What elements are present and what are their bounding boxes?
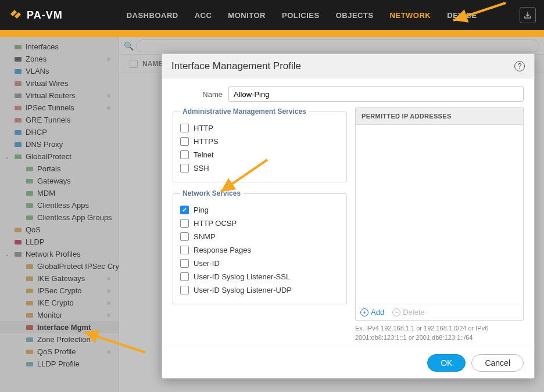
network-service-label: Response Pages — [194, 246, 251, 254]
network-service-row-user-id-syslog-listener-ssl: User-ID Syslog Listener-SSL — [180, 270, 339, 283]
tab-dashboard[interactable]: DASHBOARD — [127, 11, 178, 20]
network-service-checkbox-snmp[interactable] — [180, 232, 189, 241]
services-column: Administrative Management Services HTTPH… — [173, 107, 347, 342]
dialog-footer: OK Cancel — [162, 347, 534, 378]
network-service-label: HTTP OCSP — [194, 219, 237, 228]
name-row: Name — [173, 87, 524, 102]
admin-service-checkbox-https[interactable] — [180, 137, 189, 146]
dialog-header: Interface Management Profile ? — [162, 54, 534, 78]
network-service-row-snmp: SNMP — [180, 230, 339, 243]
permitted-ip-header: PERMITTED IP ADDRESSES — [356, 108, 523, 125]
admin-service-checkbox-ssh[interactable] — [180, 164, 189, 172]
dialog-title: Interface Management Profile — [171, 60, 301, 72]
network-service-label: User-ID Syslog Listener-SSL — [194, 272, 290, 281]
admin-service-row-http: HTTP — [180, 121, 339, 135]
network-service-label: User-ID — [194, 259, 220, 268]
network-service-label: Ping — [194, 206, 209, 214]
ok-button[interactable]: OK — [427, 354, 466, 372]
network-service-row-ping: Ping — [180, 203, 339, 217]
admin-services-group: Administrative Management Services HTTPH… — [173, 107, 347, 182]
permitted-ip-list[interactable] — [356, 125, 523, 304]
admin-service-label: Telnet — [194, 150, 214, 159]
cancel-button[interactable]: Cancel — [471, 354, 524, 372]
network-service-checkbox-user-id-syslog-listener-udp[interactable] — [180, 286, 189, 294]
tab-monitor[interactable]: MONITOR — [228, 11, 266, 20]
product-logo: PA-VM — [9, 8, 63, 23]
network-service-label: User-ID Syslog Listener-UDP — [194, 286, 292, 294]
network-service-row-user-id-syslog-listener-udp: User-ID Syslog Listener-UDP — [180, 283, 339, 297]
admin-service-row-ssh: SSH — [180, 161, 339, 175]
dialog-columns: Administrative Management Services HTTPH… — [173, 107, 524, 342]
profile-name-input[interactable] — [228, 87, 524, 102]
main-tabs: DASHBOARDACCMONITORPOLICIESOBJECTSNETWOR… — [127, 11, 477, 20]
help-icon[interactable]: ? — [514, 61, 525, 71]
admin-service-label: HTTPS — [194, 137, 219, 146]
network-service-row-http-ocsp: HTTP OCSP — [180, 217, 339, 230]
network-services-group: Network Services PingHTTP OCSPSNMPRespon… — [173, 189, 347, 304]
admin-service-row-telnet: Telnet — [180, 148, 339, 161]
admin-service-row-https: HTTPS — [180, 135, 339, 148]
permitted-ip-box: PERMITTED IP ADDRESSES +Add −Delete — [355, 107, 524, 321]
network-service-label: SNMP — [194, 232, 216, 241]
permitted-ip-column: PERMITTED IP ADDRESSES +Add −Delete Ex. … — [355, 107, 524, 342]
network-service-checkbox-response-pages[interactable] — [180, 246, 189, 254]
admin-service-label: HTTP — [194, 124, 213, 132]
tab-policies[interactable]: POLICIES — [282, 11, 320, 20]
network-service-checkbox-user-id-syslog-listener-ssl[interactable] — [180, 272, 189, 281]
add-ip-button[interactable]: +Add — [360, 308, 384, 317]
network-service-row-response-pages: Response Pages — [180, 243, 339, 257]
name-label: Name — [173, 90, 223, 99]
tab-device[interactable]: DEVICE — [447, 11, 477, 20]
network-service-row-user-id: User-ID — [180, 257, 339, 270]
dialog-body: Name Administrative Management Services … — [162, 78, 534, 347]
plus-icon: + — [360, 308, 368, 317]
delete-ip-button[interactable]: −Delete — [392, 308, 425, 317]
interface-mgmt-profile-dialog: Interface Management Profile ? Name Admi… — [162, 53, 535, 379]
network-service-checkbox-user-id[interactable] — [180, 259, 189, 268]
tab-acc[interactable]: ACC — [195, 11, 212, 20]
permitted-ip-actions: +Add −Delete — [356, 304, 523, 320]
logo-icon — [9, 8, 22, 23]
network-services-legend: Network Services — [180, 189, 243, 197]
top-bar: PA-VM DASHBOARDACCMONITORPOLICIESOBJECTS… — [0, 0, 544, 30]
product-name: PA-VM — [27, 9, 63, 21]
commit-button[interactable] — [520, 7, 536, 23]
network-service-checkbox-ping[interactable] — [180, 206, 189, 214]
admin-service-checkbox-telnet[interactable] — [180, 150, 189, 159]
admin-services-legend: Administrative Management Services — [180, 107, 309, 116]
tab-objects[interactable]: OBJECTS — [336, 11, 374, 20]
admin-service-label: SSH — [194, 164, 209, 172]
admin-service-checkbox-http[interactable] — [180, 124, 189, 132]
minus-icon: − — [392, 308, 400, 317]
ip-hint: Ex. IPv4 192.168.1.1 or 192.168.1.0/24 o… — [355, 324, 524, 342]
accent-bar — [0, 30, 544, 37]
tab-network[interactable]: NETWORK — [390, 11, 431, 20]
network-service-checkbox-http-ocsp[interactable] — [180, 219, 189, 228]
